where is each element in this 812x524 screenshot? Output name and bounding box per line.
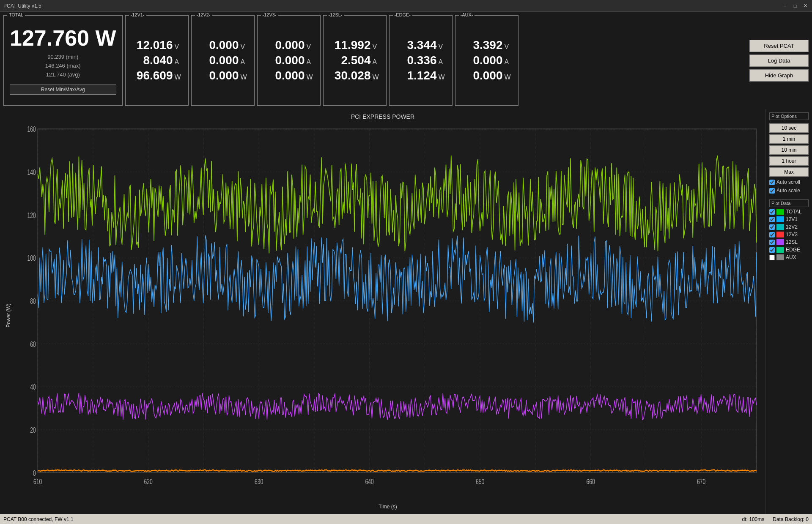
plot-data-checkbox-12SL[interactable]	[769, 240, 775, 245]
plot-data-item-TOTAL: TOTAL	[769, 209, 809, 215]
plot-option-btn-10-sec[interactable]: 10 sec	[769, 123, 809, 133]
rail-v-unit-1: V	[241, 43, 249, 51]
rail-voltage-row-2: 0.000 V	[263, 38, 315, 52]
main-content: PCI EXPRESS POWER Power (W) 020406080100…	[0, 109, 812, 514]
status-dt: dt: 100ms	[742, 516, 765, 522]
rail-v-unit-3: V	[373, 43, 381, 51]
auto-scroll-row: Auto scroll	[769, 179, 809, 185]
rail-current-2: 0.000	[275, 54, 304, 67]
rail-current-0: 8.040	[143, 54, 173, 67]
plot-data-item-EDGE: EDGE	[769, 247, 809, 253]
plot-data-items: TOTAL 12V1 12V2 12V3 12SL EDGE AUX	[769, 209, 809, 260]
rail-w-unit-4: W	[439, 74, 447, 81]
rail-power-5: 0.000	[473, 69, 502, 82]
rail-voltage-row-4: 3.344 V	[395, 38, 447, 52]
auto-scroll-checkbox[interactable]	[769, 180, 775, 185]
svg-text:140: 140	[27, 168, 36, 176]
plot-option-btn-10-min[interactable]: 10 min	[769, 145, 809, 155]
rail-label-2: -12V3-	[261, 12, 278, 17]
plot-data-label-12SL: 12SL	[786, 239, 798, 245]
close-button[interactable]: ✕	[802, 3, 809, 9]
rail-voltage-3: 11.992	[335, 38, 371, 52]
plot-data-item-12SL: 12SL	[769, 239, 809, 245]
hide-graph-button[interactable]: Hide Graph	[749, 69, 809, 82]
status-connection: PCAT B00 connected, FW v1.1	[3, 516, 74, 522]
rail-current-row-1: 0.000 A	[197, 54, 249, 67]
rail-power-1: 0.000	[209, 69, 239, 82]
plot-option-btn-1-min[interactable]: 1 min	[769, 134, 809, 144]
svg-text:650: 650	[476, 478, 484, 486]
rail-a-unit-1: A	[241, 58, 249, 66]
plot-data-item-12V2: 12V2	[769, 224, 809, 230]
rail-voltage-row-3: 11.992 V	[329, 38, 381, 52]
rail-v-unit-4: V	[439, 43, 447, 51]
graph-title: PCI EXPRESS POWER	[4, 113, 761, 120]
total-value: 127.760 W	[10, 26, 116, 50]
auto-scale-checkbox[interactable]	[769, 188, 775, 194]
svg-text:60: 60	[30, 340, 36, 348]
plot-data-checkbox-EDGE[interactable]	[769, 247, 775, 253]
rail-a-unit-3: A	[373, 58, 381, 66]
rail-power-row-3: 30.028 W	[329, 69, 381, 82]
plot-option-btn-Max[interactable]: Max	[769, 167, 809, 177]
total-min: 90.239 (min)	[45, 53, 81, 62]
total-panel-label: TOTAL	[7, 12, 25, 17]
rail-current-row-2: 0.000 A	[263, 54, 315, 67]
y-axis-label: Power (W)	[4, 122, 13, 510]
plot-data-item-12V3: 12V3	[769, 232, 809, 237]
graph-container: Power (W) 020406080100120140160610620630…	[4, 122, 761, 510]
auto-scale-row: Auto scale	[769, 188, 809, 194]
plot-data-checkbox-AUX[interactable]	[769, 255, 775, 260]
plot-data-checkbox-TOTAL[interactable]	[769, 209, 775, 215]
svg-text:0: 0	[33, 469, 36, 477]
rail-v-unit-0: V	[175, 43, 183, 51]
svg-text:20: 20	[30, 426, 36, 434]
rail-voltage-row-0: 12.016 V	[131, 38, 183, 52]
svg-text:660: 660	[587, 478, 595, 486]
plot-data-checkbox-12V2[interactable]	[769, 224, 775, 230]
svg-text:610: 610	[33, 478, 42, 486]
plot-option-btn-1-hour[interactable]: 1 hour	[769, 156, 809, 166]
plot-data-label-EDGE: EDGE	[786, 247, 800, 253]
reset-pcat-button[interactable]: Reset PCAT	[749, 40, 809, 52]
status-backlog: Data Backlog: 0	[773, 516, 809, 522]
rail-power-row-4: 1.124 W	[395, 69, 447, 82]
rail-power-row-1: 0.000 W	[197, 69, 249, 82]
rail-power-2: 0.000	[275, 69, 304, 82]
rail-power-3: 30.028	[335, 69, 371, 82]
rail-power-4: 1.124	[407, 69, 436, 82]
window-controls: − □ ✕	[782, 3, 809, 9]
rail-current-row-0: 8.040 A	[131, 54, 183, 67]
total-avg: 121.740 (avg)	[45, 71, 81, 79]
plot-data-color-EDGE	[776, 247, 784, 253]
rail-power-0: 96.609	[137, 69, 173, 82]
maximize-button[interactable]: □	[792, 3, 798, 9]
svg-text:620: 620	[144, 478, 153, 486]
log-data-button[interactable]: Log Data	[749, 55, 809, 67]
total-sub-values: 90.239 (min) 146.246 (max) 121.740 (avg)	[45, 53, 81, 79]
rail-v-unit-2: V	[307, 43, 315, 51]
plot-data-checkbox-12V3[interactable]	[769, 232, 775, 237]
rail-current-5: 0.000	[473, 54, 502, 67]
reset-minmaxavg-button[interactable]: Reset Min/Max/Avg	[10, 85, 116, 95]
minimize-button[interactable]: −	[782, 3, 788, 9]
plot-data-label-12V3: 12V3	[786, 232, 798, 237]
plot-data-checkbox-12V1[interactable]	[769, 217, 775, 222]
rail-panels: -12V1- 12.016 V 8.040 A 96.609 W -12V2- …	[125, 15, 518, 106]
rail-power-row-5: 0.000 W	[461, 69, 513, 82]
rail-voltage-1: 0.000	[209, 38, 239, 52]
rail-w-unit-3: W	[373, 74, 381, 81]
rail-voltage-0: 12.016	[137, 38, 173, 52]
rail-w-unit-0: W	[175, 74, 183, 81]
plot-data-item-12V1: 12V1	[769, 216, 809, 222]
rail-v-unit-5: V	[505, 43, 513, 51]
rail-current-row-4: 0.336 A	[395, 54, 447, 67]
titlebar: PCAT Utility v1.5 − □ ✕	[0, 0, 812, 12]
svg-text:40: 40	[30, 383, 36, 391]
right-buttons: Reset PCAT Log Data Hide Graph	[749, 15, 809, 106]
svg-text:670: 670	[697, 478, 705, 486]
graph-area: PCI EXPRESS POWER Power (W) 020406080100…	[0, 109, 765, 514]
plot-data-item-AUX: AUX	[769, 254, 809, 260]
svg-text:120: 120	[27, 211, 36, 219]
statusbar: PCAT B00 connected, FW v1.1 dt: 100ms Da…	[0, 514, 812, 524]
